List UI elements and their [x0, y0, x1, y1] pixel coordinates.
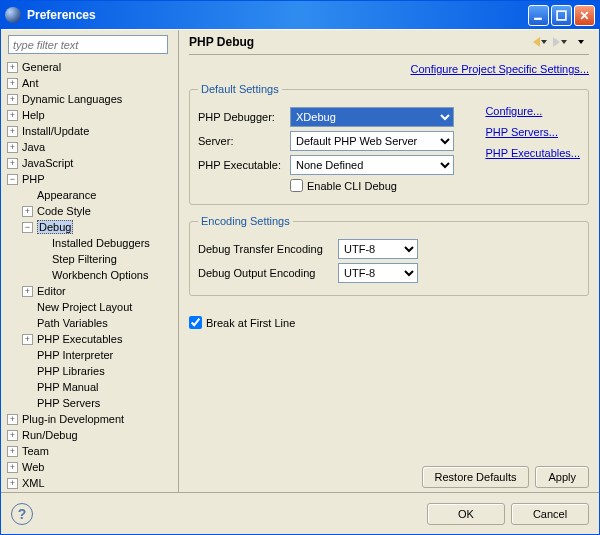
executable-label: PHP Executable:	[198, 159, 290, 171]
cancel-button[interactable]: Cancel	[511, 503, 589, 525]
tree-item-debug[interactable]: −Debug	[7, 219, 176, 235]
maximize-button[interactable]	[551, 5, 572, 26]
content-pane: PHP Debug Configure Project Specific Set…	[179, 30, 599, 492]
tree-item-installed-debuggers[interactable]: Installed Debuggers	[7, 235, 176, 251]
tree-item-ant[interactable]: +Ant	[7, 75, 176, 91]
svg-rect-0	[534, 17, 542, 19]
filter-input[interactable]	[8, 35, 168, 54]
transfer-encoding-label: Debug Transfer Encoding	[198, 243, 338, 255]
php-servers-link[interactable]: PHP Servers...	[485, 126, 558, 138]
server-combo[interactable]: Default PHP Web Server	[290, 131, 454, 151]
php-executables-link[interactable]: PHP Executables...	[485, 147, 580, 159]
tree-item-rundebug[interactable]: +Run/Debug	[7, 427, 176, 443]
footer: ? OK Cancel	[1, 492, 599, 534]
ok-button[interactable]: OK	[427, 503, 505, 525]
tree-item-xml[interactable]: +XML	[7, 475, 176, 491]
help-icon[interactable]: ?	[11, 503, 33, 525]
project-specific-link[interactable]: Configure Project Specific Settings...	[410, 63, 589, 75]
svg-rect-1	[557, 11, 566, 20]
tree-item-new-project-layout[interactable]: New Project Layout	[7, 299, 176, 315]
encoding-settings-group: Encoding Settings Debug Transfer Encodin…	[189, 215, 589, 296]
sidebar: +General +Ant +Dynamic Languages +Help +…	[1, 30, 179, 492]
cli-debug-check[interactable]: Enable CLI Debug	[290, 179, 397, 192]
tree-item-php-executables[interactable]: +PHP Executables	[7, 331, 176, 347]
output-encoding-combo[interactable]: UTF-8	[338, 263, 418, 283]
tree-item-java[interactable]: +Java	[7, 139, 176, 155]
tree-item-php-manual[interactable]: PHP Manual	[7, 379, 176, 395]
tree-item-javascript[interactable]: +JavaScript	[7, 155, 176, 171]
server-label: Server:	[198, 135, 290, 147]
tree-item-path-variables[interactable]: Path Variables	[7, 315, 176, 331]
tree-item-php-servers[interactable]: PHP Servers	[7, 395, 176, 411]
transfer-encoding-combo[interactable]: UTF-8	[338, 239, 418, 259]
tree-item-workbench-options[interactable]: Workbench Options	[7, 267, 176, 283]
page-title: PHP Debug	[189, 35, 529, 49]
app-icon	[5, 7, 21, 23]
tree-item-general[interactable]: +General	[7, 59, 176, 75]
window-title: Preferences	[27, 8, 526, 22]
minimize-button[interactable]	[528, 5, 549, 26]
tree-item-php-libraries[interactable]: PHP Libraries	[7, 363, 176, 379]
nav-back-button[interactable]	[531, 34, 549, 50]
tree-item-help[interactable]: +Help	[7, 107, 176, 123]
tree-item-appearance[interactable]: Appearance	[7, 187, 176, 203]
default-settings-group: Default Settings PHP Debugger: XDebug Se…	[189, 83, 589, 205]
debugger-combo[interactable]: XDebug	[290, 107, 454, 127]
tree-item-install[interactable]: +Install/Update	[7, 123, 176, 139]
tree-item-plugindev[interactable]: +Plug-in Development	[7, 411, 176, 427]
nav-forward-button[interactable]	[551, 34, 569, 50]
encoding-settings-legend: Encoding Settings	[198, 215, 293, 227]
tree-item-codestyle[interactable]: +Code Style	[7, 203, 176, 219]
output-encoding-label: Debug Output Encoding	[198, 267, 338, 279]
tree-item-step-filtering[interactable]: Step Filtering	[7, 251, 176, 267]
preferences-window: Preferences +General +Ant +Dynamic Langu…	[0, 0, 600, 535]
apply-button[interactable]: Apply	[535, 466, 589, 488]
tree: +General +Ant +Dynamic Languages +Help +…	[3, 59, 176, 491]
break-first-line-check[interactable]: Break at First Line	[189, 316, 589, 329]
restore-defaults-button[interactable]: Restore Defaults	[422, 466, 530, 488]
titlebar[interactable]: Preferences	[1, 1, 599, 29]
executable-combo[interactable]: None Defined	[290, 155, 454, 175]
tree-item-dynlang[interactable]: +Dynamic Languages	[7, 91, 176, 107]
debugger-label: PHP Debugger:	[198, 111, 290, 123]
tree-item-php[interactable]: −PHP	[7, 171, 176, 187]
configure-link[interactable]: Configure...	[485, 105, 542, 117]
tree-item-web[interactable]: +Web	[7, 459, 176, 475]
tree-item-editor[interactable]: +Editor	[7, 283, 176, 299]
tree-item-team[interactable]: +Team	[7, 443, 176, 459]
close-button[interactable]	[574, 5, 595, 26]
tree-item-php-interpreter[interactable]: PHP Interpreter	[7, 347, 176, 363]
nav-menu-button[interactable]	[571, 34, 589, 50]
default-settings-legend: Default Settings	[198, 83, 282, 95]
